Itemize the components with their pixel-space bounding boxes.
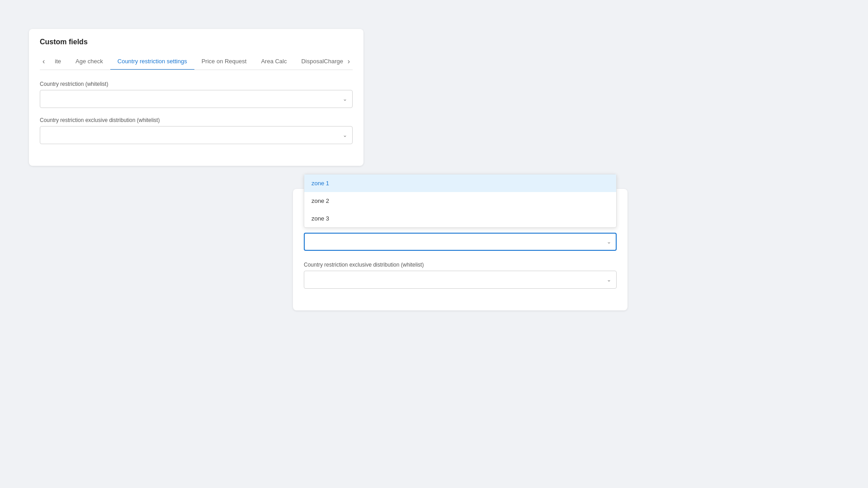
top-field2-label: Country restriction exclusive distributi… [40, 117, 353, 123]
top-field2-group: Country restriction exclusive distributi… [40, 117, 353, 144]
tab-area-calc[interactable]: Area Calc [254, 53, 294, 70]
top-field2-select-wrapper: ⌄ [40, 126, 353, 144]
top-field1-group: Country restriction (whitelist) ⌄ [40, 81, 353, 108]
top-tabs-nav: ‹ ite Age check Country restriction sett… [40, 53, 353, 70]
tabs-next-button[interactable]: › [345, 57, 353, 66]
top-field1-label: Country restriction (whitelist) [40, 81, 353, 87]
dropdown-item-zone2[interactable]: zone 2 [304, 192, 616, 210]
top-custom-fields-card: Custom fields ‹ ite Age check Country re… [29, 29, 363, 166]
bottom-country-restriction-whitelist-input[interactable] [304, 233, 617, 251]
top-country-restriction-whitelist-select[interactable] [40, 90, 353, 108]
bottom-custom-fields-card: Custom fields ‹ › zone 1 zone 2 zone 3 ⌄… [293, 189, 627, 310]
bottom-field1-group: zone 1 zone 2 zone 3 ⌄ [304, 233, 617, 251]
top-country-restriction-exclusive-select[interactable] [40, 126, 353, 144]
tab-ite[interactable]: ite [47, 53, 68, 70]
bottom-field1-select-wrapper: ⌄ [304, 233, 617, 251]
dropdown-item-zone1[interactable]: zone 1 [304, 174, 616, 192]
bottom-field2-select-wrapper: ⌄ [304, 271, 617, 289]
bottom-country-restriction-exclusive-select[interactable] [304, 271, 617, 289]
top-card-title: Custom fields [40, 38, 353, 46]
tabs-prev-button[interactable]: ‹ [40, 57, 47, 66]
dropdown-item-zone3[interactable]: zone 3 [304, 210, 616, 227]
bottom-field2-label: Country restriction exclusive distributi… [304, 262, 617, 268]
tab-price-on-request[interactable]: Price on Request [194, 53, 254, 70]
top-tabs-list: ite Age check Country restriction settin… [47, 53, 344, 70]
tab-disposal-charge[interactable]: DisposalCharge [294, 53, 344, 70]
bottom-dropdown-container: zone 1 zone 2 zone 3 ⌄ [304, 233, 617, 251]
top-field1-select-wrapper: ⌄ [40, 90, 353, 108]
bottom-field2-group: Country restriction exclusive distributi… [304, 262, 617, 289]
tab-age-check[interactable]: Age check [68, 53, 110, 70]
dropdown-list: zone 1 zone 2 zone 3 [304, 174, 617, 228]
tab-country-restriction[interactable]: Country restriction settings [110, 53, 194, 70]
